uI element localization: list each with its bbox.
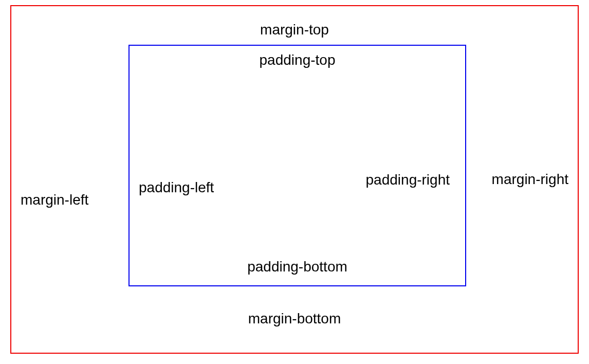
padding-right-label: padding-right bbox=[366, 172, 450, 188]
padding-box: padding-top padding-bottom padding-left … bbox=[128, 45, 466, 286]
padding-bottom-label: padding-bottom bbox=[247, 259, 347, 275]
margin-left-label: margin-left bbox=[21, 192, 88, 208]
margin-bottom-label: margin-bottom bbox=[248, 311, 341, 327]
padding-top-label: padding-top bbox=[260, 52, 336, 68]
margin-box: margin-top margin-bottom margin-left mar… bbox=[10, 5, 579, 354]
margin-right-label: margin-right bbox=[492, 171, 568, 188]
padding-left-label: padding-left bbox=[139, 179, 214, 196]
margin-top-label: margin-top bbox=[260, 22, 329, 38]
